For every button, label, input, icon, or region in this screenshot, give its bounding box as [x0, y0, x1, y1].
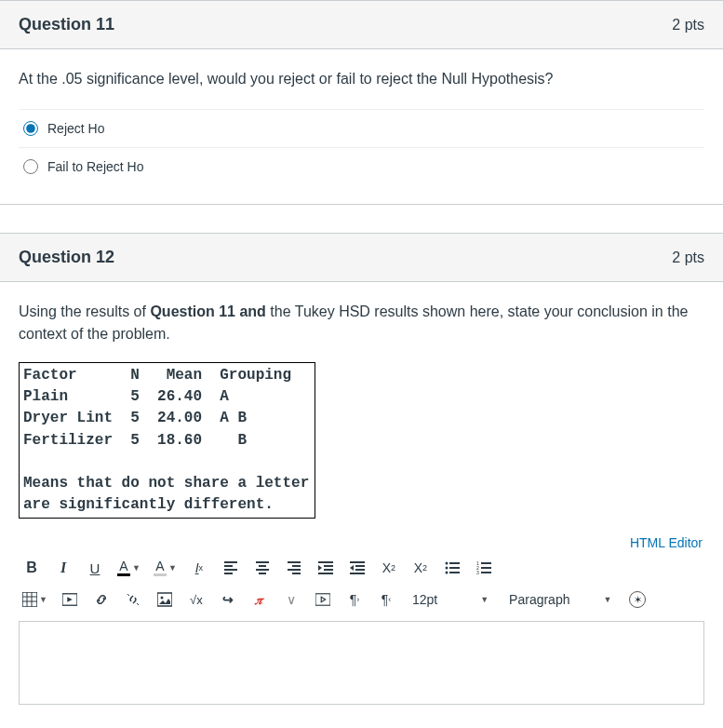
indent-button[interactable]	[348, 558, 367, 578]
answer-list: Reject Ho Fail to Reject Ho	[19, 109, 704, 185]
rtl-button[interactable]: ¶‹	[377, 589, 395, 610]
tukey-results-box: Factor N Mean Grouping Plain 5 26.40 A D…	[19, 362, 315, 519]
rich-text-editor[interactable]	[19, 621, 704, 705]
accessibility-button[interactable]: ✶	[628, 589, 647, 610]
svg-line-18	[127, 594, 129, 596]
numbered-list-button[interactable]: 123	[475, 558, 493, 578]
answer-label: Fail to Reject Ho	[47, 159, 143, 174]
superscript-button[interactable]: X2	[380, 558, 398, 578]
question-11: Question 11 2 pts At the .05 significanc…	[0, 0, 723, 205]
bg-color-button[interactable]: A▼	[154, 558, 177, 578]
table-button[interactable]: ▼	[22, 589, 47, 610]
answer-option-reject[interactable]: Reject Ho	[19, 110, 704, 148]
question-header: Question 11 2 pts	[0, 0, 723, 49]
question-12: Question 12 2 pts Using the results of Q…	[0, 233, 723, 705]
question-text: At the .05 significance level, would you…	[19, 68, 704, 90]
italic-button[interactable]: I	[54, 558, 73, 578]
question-title: Question 12	[19, 248, 114, 267]
question-title: Question 11	[19, 15, 114, 34]
svg-rect-12	[22, 592, 37, 607]
question-points: 2 pts	[672, 249, 704, 266]
equation-button[interactable]: √x	[187, 589, 206, 610]
svg-point-4	[445, 572, 448, 574]
radio-reject[interactable]	[23, 121, 38, 136]
svg-point-2	[445, 567, 448, 570]
svg-point-21	[160, 597, 163, 600]
radio-fail[interactable]	[23, 159, 38, 174]
answer-option-fail-to-reject[interactable]: Fail to Reject Ho	[19, 148, 704, 185]
align-right-button[interactable]	[285, 558, 303, 578]
bullet-list-button[interactable]	[443, 558, 462, 578]
unlink-button[interactable]	[124, 589, 142, 610]
svg-text:3: 3	[476, 570, 479, 575]
question-body: Using the results of Question 11 and the…	[0, 282, 723, 519]
svg-rect-11	[481, 572, 491, 573]
embed-button[interactable]	[314, 589, 332, 610]
toolbar-row-1: B I U A▼ A▼ Ix X2 X2 123	[19, 552, 704, 584]
svg-rect-7	[481, 562, 491, 564]
text-bold: Question 11 and	[150, 303, 265, 319]
font-size-dropdown[interactable]: 12pt▼	[408, 592, 492, 607]
subscript-button[interactable]: X2	[411, 558, 430, 578]
bold-button[interactable]: B	[22, 558, 41, 578]
svg-rect-1	[449, 562, 460, 564]
ltr-button[interactable]: ¶›	[345, 589, 364, 610]
answer-label: Reject Ho	[47, 121, 104, 136]
toolbar-row-2: ▼ √x ↪ 𝜋 ∨ ¶› ¶‹ 12pt▼ Paragraph▼ ✶	[19, 584, 704, 615]
svg-rect-3	[449, 567, 460, 569]
svg-rect-22	[315, 594, 330, 605]
media-button[interactable]	[60, 589, 79, 610]
question-text: Using the results of Question 11 and the…	[19, 301, 704, 345]
paragraph-dropdown[interactable]: Paragraph▼	[505, 592, 615, 607]
link-button[interactable]	[92, 589, 111, 610]
underline-button[interactable]: U	[86, 558, 104, 578]
font-color-button[interactable]: A▼	[117, 558, 141, 578]
question-points: 2 pts	[672, 17, 704, 34]
svg-rect-9	[481, 567, 491, 569]
html-editor-link[interactable]: HTML Editor	[630, 535, 703, 550]
clear-formatting-button[interactable]: Ix	[190, 558, 208, 578]
align-center-button[interactable]	[253, 558, 272, 578]
question-header: Question 12 2 pts	[0, 233, 723, 282]
question-body: At the .05 significance level, would you…	[0, 49, 723, 204]
svg-rect-5	[449, 572, 460, 573]
editor-toolbar: B I U A▼ A▼ Ix X2 X2 123 ▼ √x ↪ 𝜋 ∨	[0, 552, 723, 621]
tukey-results: Factor N Mean Grouping Plain 5 26.40 A D…	[23, 365, 309, 516]
outdent-button[interactable]	[316, 558, 335, 578]
image-button[interactable]	[155, 589, 174, 610]
align-left-button[interactable]	[221, 558, 240, 578]
vee-button[interactable]: ∨	[282, 589, 301, 610]
svg-point-0	[445, 562, 448, 565]
insert-button[interactable]: ↪	[219, 589, 237, 610]
pi-button[interactable]: 𝜋	[250, 589, 269, 610]
svg-line-19	[137, 603, 139, 605]
text-pre: Using the results of	[19, 303, 150, 319]
